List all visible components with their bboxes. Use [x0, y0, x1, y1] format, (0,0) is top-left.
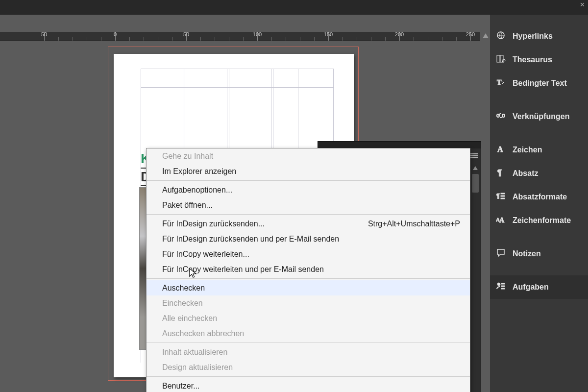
- cond-text-icon: T: [496, 77, 506, 89]
- panel-tab-hyperlink[interactable]: Hyperlinks: [490, 24, 588, 48]
- menu-item-label: Alle einchecken: [162, 313, 217, 323]
- menu-item-label: Auschecken: [162, 283, 205, 293]
- svg-rect-17: [501, 286, 505, 287]
- svg-text:A: A: [497, 145, 503, 153]
- menu-item[interactable]: Im Explorer anzeigen: [147, 164, 470, 179]
- char-styles-icon: AA: [496, 215, 506, 226]
- menu-item[interactable]: Benutzer...: [147, 378, 470, 392]
- horizontal-ruler: 50050100150200250: [0, 32, 480, 41]
- menu-item-label: Benutzer...: [162, 381, 200, 391]
- menu-separator: [147, 180, 470, 181]
- panel-tab-para[interactable]: ¶Absatz: [490, 162, 588, 185]
- menu-item[interactable]: Für InCopy weiterleiten...: [147, 246, 470, 262]
- menu-item-label: Für InDesign zurücksenden und per E-Mail…: [162, 234, 339, 244]
- menu-separator: [147, 278, 470, 279]
- menu-item-label: Gehe zu Inhalt: [162, 151, 213, 161]
- menu-separator: [147, 376, 470, 377]
- panel-tab-label: Verknüpfungen: [513, 112, 569, 121]
- document-canvas: 50050100150200250 K D Gehe zu InhaltIm E…: [0, 15, 490, 392]
- menu-item-shortcut: Strg+Alt+Umschalttaste+P: [368, 219, 460, 229]
- panel-tab-label: Absatz: [513, 169, 538, 178]
- panel-grip[interactable]: [318, 142, 481, 148]
- menu-separator: [147, 214, 470, 215]
- menu-item-label: Für InDesign zurücksenden...: [162, 219, 265, 229]
- menu-item[interactable]: Paket öffnen...: [147, 197, 470, 213]
- menu-item-label: Im Explorer anzeigen: [162, 166, 236, 176]
- svg-text:¶: ¶: [496, 193, 500, 199]
- menu-item[interactable]: Für InDesign zurücksenden...Strg+Alt+Ums…: [147, 216, 470, 231]
- scrollbar-thumb[interactable]: [472, 174, 479, 193]
- menu-item-label: Inhalt aktualisieren: [162, 347, 227, 357]
- svg-rect-11: [501, 196, 505, 196]
- thesaurus-icon: [496, 54, 506, 66]
- menu-item-label: Für InCopy weiterleiten und per E-Mail s…: [162, 264, 324, 274]
- panel-tab-label: Absatzformate: [513, 193, 567, 201]
- svg-rect-12: [501, 198, 505, 199]
- menu-item: Auschecken abbrechen: [147, 326, 470, 341]
- panel-tab-label: Bedingter Text: [513, 79, 567, 88]
- menu-item-label: Einchecken: [162, 298, 203, 308]
- panel-tab-char[interactable]: AZeichen: [490, 138, 588, 162]
- panel-tab-para-styles[interactable]: ¶Absatzformate: [490, 185, 588, 209]
- menu-item: Inhalt aktualisieren: [147, 344, 470, 360]
- panel-tab-label: Notizen: [513, 249, 541, 258]
- panel-tab-label: Zeichenformate: [513, 216, 571, 225]
- panel-tab-label: Aufgaben: [513, 283, 549, 292]
- svg-rect-1: [497, 55, 500, 62]
- links-icon: [496, 111, 506, 122]
- panel-tab-label: Hyperlinks: [513, 32, 553, 41]
- menu-item-label: Aufgabenoptionen...: [162, 185, 232, 195]
- menu-item: Design aktualisieren: [147, 360, 470, 375]
- menu-item-label: Paket öffnen...: [162, 200, 213, 210]
- panel-tab-label: Thesaurus: [513, 55, 552, 64]
- right-panel: HyperlinksThesaurusTBedingter TextVerknü…: [490, 15, 588, 392]
- menu-item-label: Für InCopy weiterleiten...: [162, 249, 249, 259]
- menu-item: Gehe zu Inhalt: [147, 148, 470, 164]
- panel-tab-tasks[interactable]: Aufgaben: [490, 275, 588, 299]
- panel-tab-notes[interactable]: Notizen: [490, 242, 588, 266]
- svg-point-3: [502, 59, 505, 62]
- svg-rect-18: [501, 288, 505, 289]
- svg-rect-10: [501, 193, 505, 194]
- close-icon[interactable]: ✕: [580, 1, 585, 8]
- menu-item[interactable]: Aufgabenoptionen...: [147, 182, 470, 197]
- svg-rect-16: [501, 283, 505, 284]
- para-icon: ¶: [496, 168, 506, 179]
- menu-item-label: Design aktualisieren: [162, 362, 233, 372]
- char-icon: A: [496, 144, 506, 156]
- app-menubar: ✕: [0, 0, 588, 15]
- panel-tab-cond-text[interactable]: TBedingter Text: [490, 72, 588, 95]
- svg-point-15: [497, 283, 500, 286]
- panel-tab-label: Zeichen: [513, 146, 542, 154]
- svg-text:T: T: [497, 79, 502, 86]
- menu-item[interactable]: Auschecken: [147, 280, 470, 295]
- para-styles-icon: ¶: [496, 191, 506, 203]
- menu-separator: [147, 343, 470, 343]
- tasks-icon: [496, 281, 506, 293]
- hyperlink-icon: [496, 30, 506, 42]
- context-menu: Gehe zu InhaltIm Explorer anzeigenAufgab…: [146, 148, 470, 392]
- panel-tab-char-styles[interactable]: AAZeichenformate: [490, 209, 588, 232]
- svg-rect-6: [502, 114, 505, 117]
- menu-item: Alle einchecken: [147, 311, 470, 326]
- menu-item[interactable]: Für InCopy weiterleiten und per E-Mail s…: [147, 262, 470, 277]
- menu-item: Einchecken: [147, 295, 470, 311]
- menu-item-label: Auschecken abbrechen: [162, 328, 244, 339]
- menu-item[interactable]: Für InDesign zurücksenden und per E-Mail…: [147, 231, 470, 246]
- svg-rect-2: [500, 55, 503, 62]
- panel-tab-links[interactable]: Verknüpfungen: [490, 105, 588, 128]
- panel-tab-thesaurus[interactable]: Thesaurus: [490, 48, 588, 72]
- svg-text:¶: ¶: [497, 169, 502, 177]
- scroll-up-icon[interactable]: [473, 166, 478, 170]
- scroll-up-icon[interactable]: [483, 33, 489, 38]
- svg-text:A: A: [499, 217, 505, 224]
- notes-icon: [496, 248, 506, 260]
- svg-rect-5: [497, 114, 499, 117]
- app-root: ✕ HyperlinksThesaurusTBedingter TextVerk…: [0, 0, 588, 392]
